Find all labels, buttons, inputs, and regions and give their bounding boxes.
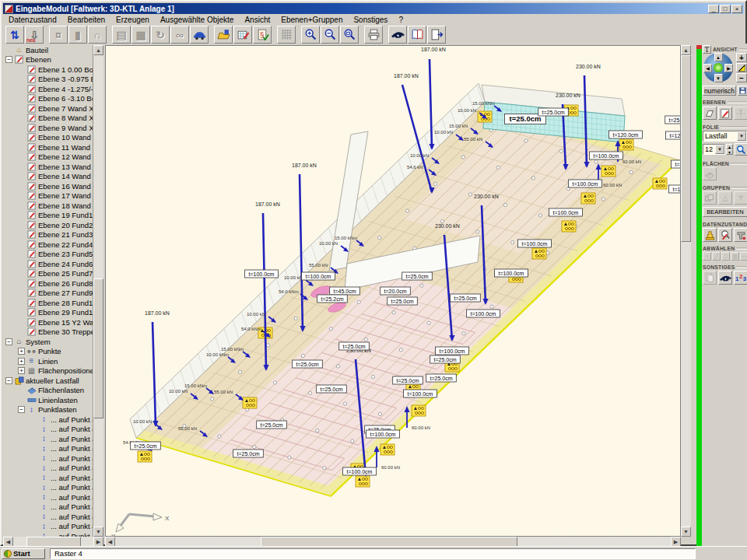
maximize-button[interactable]: □ — [720, 5, 731, 13]
tree-item-18[interactable]: Ebene 20 Fund2 — [3, 220, 93, 230]
tree-item-30[interactable]: −⌂System — [3, 337, 93, 347]
tree-item-44[interactable]: ↕... auf Punkt 470 — [3, 473, 93, 483]
tree-expander-icon[interactable]: − — [5, 56, 12, 63]
tree-scrollbar-vertical[interactable]: ▲ ▼ — [93, 45, 103, 537]
tree-item-14[interactable]: Ebene 16 Wand Y3 — [3, 181, 93, 191]
model-tree[interactable]: ⌂Bauteil−EbenenEbene 1 0.00 Bopl.Ebene 3… — [3, 45, 93, 537]
tree-expander-icon[interactable]: + — [18, 367, 25, 374]
tree-item-46[interactable]: ↕... auf Punkt 478 — [3, 492, 93, 502]
tree-item-15[interactable]: Ebene 17 Wand Y4 — [3, 191, 93, 201]
support-symbol-icon[interactable] — [138, 451, 152, 462]
tree-item-35[interactable]: Flächenlasten — [3, 386, 93, 396]
folie-spin-up-button[interactable]: ▲ — [726, 144, 733, 149]
tree-item-41[interactable]: ↕... auf Punkt 473 — [3, 444, 93, 454]
tree-item-3[interactable]: Ebene 3 -0.975 Bop — [3, 75, 93, 85]
tree-item-4[interactable]: Ebene 4 -1.275/-1.4 — [3, 84, 93, 94]
scroll-up-icon[interactable]: ▲ — [93, 45, 103, 55]
folio-edit-icon[interactable] — [233, 26, 252, 44]
tree-item-8[interactable]: Ebene 9 Wand X3 — [3, 123, 93, 133]
tree-expander-icon[interactable]: + — [18, 348, 25, 355]
tree-item-5[interactable]: Ebene 6 -3.10 Bopl. — [3, 94, 93, 104]
start-button[interactable]: Start — [2, 548, 45, 559]
numerisch-button[interactable]: numerisch — [703, 86, 736, 96]
close-button[interactable]: × — [731, 5, 742, 13]
scroll-up-icon[interactable]: ▲ — [681, 45, 691, 55]
datenzustand-tool-button[interactable] — [734, 228, 747, 242]
datenzustand-stamp-button[interactable] — [703, 228, 717, 242]
tree-item-1[interactable]: −Ebenen — [3, 55, 93, 65]
tree-item-21[interactable]: Ebene 23 Fund5 — [3, 250, 93, 260]
canvas-scrollbar-vertical[interactable]: ▲ ▼ — [681, 45, 691, 537]
tree-item-7[interactable]: Ebene 8 Wand X2 — [3, 114, 93, 124]
menu-item-sonstiges[interactable]: Sonstiges — [348, 16, 393, 24]
tree-item-23[interactable]: Ebene 25 Fund7 — [3, 269, 93, 279]
tree-item-9[interactable]: Ebene 10 Wand X4 — [3, 133, 93, 143]
support-symbol-icon[interactable] — [381, 444, 395, 455]
menu-item--[interactable]: ? — [393, 16, 409, 24]
car-icon[interactable] — [190, 26, 209, 44]
tree-item-45[interactable]: ↕... auf Punkt 471 — [3, 483, 93, 493]
zoom-minus-button[interactable]: − — [736, 73, 747, 82]
tree-item-2[interactable]: Ebene 1 0.00 Bopl. — [3, 65, 93, 75]
tree-item-24[interactable]: Ebene 26 Fund8 — [3, 278, 93, 289]
tree-expander-icon[interactable]: + — [18, 358, 25, 365]
chevron-down-icon[interactable]: ▼ — [737, 131, 746, 141]
norms-book-icon[interactable]: § — [253, 26, 272, 44]
scroll-thumb[interactable] — [681, 55, 691, 242]
documentation-book-icon[interactable] — [408, 26, 426, 44]
folie-spin-down-button[interactable]: ▼ — [726, 149, 733, 155]
folie-type-select[interactable]: Lastfall▼ — [703, 131, 747, 142]
zoom-in-icon[interactable] — [301, 26, 320, 44]
datenzustand-check-button[interactable] — [718, 228, 732, 242]
tree-item-6[interactable]: Ebene 7 Wand X1 — [3, 103, 93, 114]
tree-item-49[interactable]: ↕... auf Punkt 431 — [3, 522, 93, 532]
view-center-button[interactable] — [714, 63, 723, 72]
menu-item-erzeugen[interactable]: Erzeugen — [110, 16, 155, 24]
folder-positions-icon[interactable] — [214, 26, 233, 44]
taskbar-item[interactable]: Raster 4 — [50, 548, 696, 559]
minimize-button[interactable]: _ — [708, 5, 719, 13]
scroll-thumb[interactable] — [93, 278, 103, 418]
tree-item-48[interactable]: ↕... auf Punkt 477 — [3, 512, 93, 522]
tree-item-43[interactable]: ↕... auf Punkt 476 — [3, 464, 93, 474]
ebene-edit-button[interactable] — [718, 107, 732, 120]
tree-item-12[interactable]: Ebene 13 Wand X7 — [3, 162, 93, 172]
support-symbol-icon[interactable] — [532, 248, 546, 259]
tree-item-13[interactable]: Ebene 14 Wand Y1 — [3, 172, 93, 182]
zoom-out-icon[interactable] — [321, 26, 339, 44]
ebene-3d-button[interactable] — [703, 107, 717, 120]
tree-item-34[interactable]: −aktueller Lastfall — [3, 376, 93, 386]
support-symbol-icon[interactable] — [619, 139, 633, 150]
support-symbol-icon[interactable] — [356, 476, 370, 487]
tree-item-20[interactable]: Ebene 22 Fund4 — [3, 240, 93, 250]
sonstiges-eye-button[interactable] — [718, 271, 732, 285]
title-bar[interactable]: EingabeModul [Faltwerk: 3D-KTL Anlage 1]… — [3, 3, 744, 14]
tree-item-27[interactable]: Ebene 29 Fund11 — [3, 308, 93, 318]
tree-item-28[interactable]: Ebene 15 Y2 Wand T — [3, 317, 93, 327]
tree-item-39[interactable]: ↕... auf Punkt 469 — [3, 425, 93, 435]
tree-item-47[interactable]: ↕... auf Punkt 474 — [3, 502, 93, 513]
exit-door-icon[interactable] — [427, 26, 446, 44]
folie-search-button[interactable] — [735, 143, 747, 156]
menu-item-bearbeiten[interactable]: Bearbeiten — [62, 16, 110, 24]
sonstiges-123-button[interactable]: 123 — [734, 271, 747, 285]
zoom-window-icon[interactable] — [340, 26, 359, 44]
tree-item-10[interactable]: Ebene 11 Wand X5 — [3, 142, 93, 152]
tree-item-16[interactable]: Ebene 18 Wand Y5 — [3, 201, 93, 211]
rotate-up-button[interactable]: ▲ — [714, 53, 723, 61]
tree-item-33[interactable]: +▦Flächenpositionen — [3, 366, 93, 376]
tree-item-17[interactable]: Ebene 19 Fund1 — [3, 211, 93, 221]
presentation-eye-icon[interactable] — [388, 26, 407, 44]
tree-item-38[interactable]: ↕... auf Punkt 468 — [3, 415, 93, 425]
support-symbol-icon[interactable] — [562, 221, 576, 232]
3d-viewport[interactable]: 187.00 kN187.00 kN230.00 kN230.00 kN187.… — [105, 45, 681, 537]
perspective-wedge-button[interactable] — [736, 63, 747, 72]
tree-expander-icon[interactable]: − — [18, 406, 25, 413]
tree-item-36[interactable]: Linienlasten — [3, 395, 93, 405]
new-data-icon[interactable]: ⇩neu — [25, 26, 44, 44]
support-symbol-icon[interactable] — [581, 193, 595, 204]
tree-item-37[interactable]: −↕Punktlasten — [3, 405, 93, 415]
scroll-down-icon[interactable]: ▼ — [681, 527, 691, 537]
chevron-down-icon[interactable]: ▼ — [715, 145, 724, 154]
tree-expander-icon[interactable]: − — [5, 338, 12, 345]
